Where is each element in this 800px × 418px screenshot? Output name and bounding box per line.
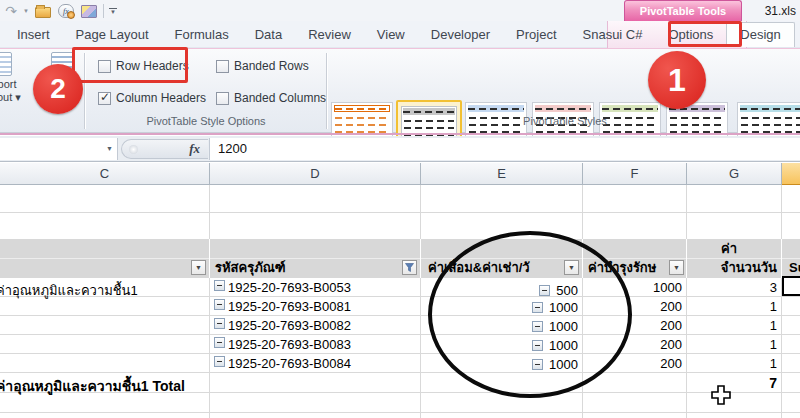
document-title: 31.xls [765, 4, 796, 18]
cell-cursor-icon [710, 384, 732, 406]
quick-access-toolbar: ↷ ▼ fx ▼ [2, 2, 117, 20]
tab-project[interactable]: Project [503, 23, 569, 47]
redo-dropdown-icon[interactable]: ▼ [23, 8, 29, 14]
collapse-icon[interactable] [214, 356, 225, 367]
tab-page-layout[interactable]: Page Layout [63, 23, 162, 47]
tab-insert[interactable]: Insert [4, 23, 63, 47]
title-bar: ↷ ▼ fx ▼ PivotTable Tools 31.xls [0, 0, 800, 21]
name-box-dropdown-icon[interactable]: ▼ [106, 145, 113, 152]
cell-g[interactable]: 1 [687, 335, 782, 353]
pivot-data-row: ค่าอุณหภูมิและความชื้น1 1925-20-7693-B00… [0, 278, 800, 297]
cell-h[interactable] [782, 316, 800, 334]
customize-qat-icon[interactable]: ▼ [109, 8, 117, 15]
annotation-badge-1: 1 [648, 51, 706, 109]
column-header-c[interactable]: C [0, 163, 210, 185]
collapse-icon[interactable] [214, 299, 225, 310]
group-label-pivot-styles: PivotTable Styles [330, 115, 800, 127]
filter-dropdown-button[interactable]: ▼ [669, 260, 684, 275]
pivot-data-row: 1925-20-7693-B0082 1000 200 1 [0, 316, 800, 335]
annotation-badge-2: 2 [33, 64, 83, 114]
annotation-ellipse-column-e [428, 231, 632, 398]
group-label-style-options: PivotTable Style Options [90, 115, 322, 127]
tab-developer[interactable]: Developer [418, 23, 503, 47]
pivot-header-cell-c: ▼ [0, 239, 210, 278]
cell-g[interactable]: 1 [687, 316, 782, 334]
tab-data[interactable]: Data [242, 23, 295, 47]
column-header-g[interactable]: G [687, 163, 782, 185]
name-box[interactable]: ▼ [0, 138, 118, 160]
cell-g[interactable]: 1 [687, 297, 782, 315]
tab-view[interactable]: View [364, 23, 418, 47]
pivot-data-row: 1925-20-7693-B0084 1000 200 1 [0, 354, 800, 373]
report-layout-icon [0, 52, 12, 76]
tab-snasui[interactable]: Snasui C# [570, 23, 656, 47]
picture-icon[interactable] [80, 3, 98, 19]
collapse-icon[interactable] [214, 337, 225, 348]
cell-c[interactable] [0, 316, 210, 334]
formula-bar-dot-icon [129, 145, 138, 154]
collapse-icon[interactable] [214, 280, 225, 291]
redo-icon[interactable]: ↷ [2, 3, 20, 19]
cell-c[interactable] [0, 335, 210, 353]
cell-h[interactable] [782, 335, 800, 353]
check-icon: ✓ [100, 90, 110, 104]
insert-function-icon[interactable]: fx [57, 3, 75, 19]
formula-bar-capsule: fx [121, 139, 208, 159]
checkbox-box: ✓ [98, 92, 111, 105]
formula-bar: ▼ fx 1200 [0, 136, 800, 162]
collapse-icon[interactable] [214, 318, 225, 329]
formula-input[interactable]: 1200 [209, 138, 800, 160]
report-layout-button[interactable]: Report Layout ▾ [0, 52, 36, 104]
pivot-header-cell-d: รหัสครุภัณฑ์ [210, 239, 421, 278]
tab-review[interactable]: Review [295, 23, 364, 47]
cell-d[interactable]: 1925-20-7693-B0083 [210, 335, 421, 353]
pivot-header-cell-h: Su [782, 239, 800, 278]
cell-c[interactable] [0, 354, 210, 372]
pivot-total-row: ค่าอุณหภูมิและความชื้น1 Total 7 [0, 373, 800, 393]
cell-f[interactable] [583, 373, 687, 397]
cell-h[interactable] [782, 354, 800, 372]
ribbon-bottom-border [0, 133, 800, 135]
qat-separator [103, 4, 104, 18]
cell-g[interactable]: 1 [687, 354, 782, 372]
cell-c[interactable] [0, 297, 210, 315]
active-cell-border[interactable] [782, 276, 800, 296]
cell-d[interactable]: 1925-20-7693-B0082 [210, 316, 421, 334]
pivot-data-row: 1925-20-7693-B0081 1000 200 1 [0, 297, 800, 316]
cell-c-total[interactable]: ค่าอุณหภูมิและความชื้น1 Total [0, 373, 210, 397]
pivot-header-row: ▼ รหัสครุภัณฑ์ ค่าเสื่อม&ค่าเช่า/วั ▼ ค่… [0, 239, 800, 278]
filter-dropdown-button[interactable]: ▼ [191, 260, 206, 275]
pivottable-tools-label: PivotTable Tools [624, 0, 742, 21]
filter-funnel-icon [405, 263, 414, 272]
group-separator [326, 53, 327, 129]
cell-g-total[interactable]: 7 [687, 373, 782, 397]
cell-d[interactable]: 1925-20-7693-B0081 [210, 297, 421, 315]
gridline [0, 412, 800, 413]
checkbox-column-headers[interactable]: ✓ Column Headers [98, 91, 206, 105]
pivot-header-cell-g: ค่า จำนวนวัน [687, 239, 782, 278]
checkbox-banded-columns[interactable]: Banded Columns [216, 91, 326, 105]
column-header-e[interactable]: E [421, 163, 583, 185]
checkbox-box [216, 92, 229, 105]
tab-formulas[interactable]: Formulas [162, 23, 242, 47]
cell-h[interactable] [782, 297, 800, 315]
worksheet: C D E F G ▼ รหัสครุภัณฑ์ [0, 163, 800, 418]
cell-d[interactable] [210, 373, 421, 397]
pivot-data-row: 1925-20-7693-B0083 1000 200 1 [0, 335, 800, 354]
excel-window: ↷ ▼ fx ▼ PivotTable Tools 31.xls Insert … [0, 0, 800, 418]
gridline [0, 212, 800, 213]
fx-icon[interactable]: fx [189, 141, 200, 157]
filter-funnel-button[interactable] [402, 260, 417, 275]
annotation-box-design-tab [668, 21, 742, 47]
cell-h[interactable] [782, 373, 800, 397]
cell-d[interactable]: 1925-20-7693-B0084 [210, 354, 421, 372]
column-header-h-selected[interactable] [782, 163, 800, 185]
column-header-f[interactable]: F [583, 163, 687, 185]
column-header-d[interactable]: D [210, 163, 421, 185]
column-header-strip: C D E F G [0, 163, 800, 185]
annotation-box-row-headers [72, 47, 188, 83]
checkbox-banded-rows[interactable]: Banded Rows [216, 59, 309, 73]
checkbox-box [216, 60, 229, 73]
open-folder-icon[interactable] [34, 3, 52, 19]
